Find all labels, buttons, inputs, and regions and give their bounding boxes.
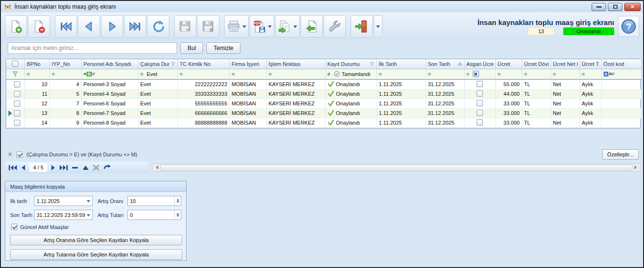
cell-bpno[interactable]: 10 [25,79,50,89]
cell-netb[interactable]: Net [551,99,580,108]
row-select-checkbox[interactable] [14,81,20,88]
filter-operator[interactable]: = [498,71,501,77]
cell-tc[interactable]: 55555555555 [177,99,229,108]
filter-cell-netb[interactable]: = [551,69,580,79]
col-header-netb[interactable]: Ücret Net B [551,59,580,69]
cell-tu[interactable]: Aylık [580,99,601,108]
cell-tc[interactable]: 88888888888 [177,118,229,128]
refresh-button[interactable] [147,15,169,38]
cell-son[interactable]: 31.12.2025 [426,99,464,108]
cell-firma[interactable]: MOBİSAN [229,108,266,118]
col-header-dovi[interactable]: Ücret Dövi [522,59,551,69]
nav-previous-button[interactable] [21,165,25,171]
filter-operator[interactable]: = [379,71,382,77]
last-date-combo[interactable]: 31.12.2025 23:59:59 [34,210,93,220]
cell-bpno[interactable]: 12 [25,99,50,108]
exit-dropdown-button[interactable] [374,15,382,38]
cell-calisma[interactable]: Evet [138,79,177,89]
cell-ozel[interactable] [601,99,641,108]
scroll-left-icon[interactable] [154,166,158,169]
minimum-wage-checkbox[interactable] [477,100,483,106]
copy-records-button[interactable] [275,15,300,38]
filter-cell-son[interactable]: = [426,69,464,79]
row-select-checkbox[interactable] [14,91,20,97]
cell-tu[interactable]: Aylık [580,89,601,99]
minimum-wage-checkbox[interactable] [477,119,483,126]
filter-cell-iyp[interactable]: = [50,69,81,79]
cell-ad[interactable]: Personel-6 Soyad [81,99,138,108]
cell-ucret[interactable]: 33.000 [495,118,522,128]
filter-cell-bpno[interactable]: = [25,69,50,79]
cell-islem[interactable]: KAYSERİ MERKEZ [266,99,325,108]
delete-record-button[interactable] [28,15,50,38]
spin-down-icon[interactable] [177,215,179,218]
cell-ad[interactable]: Personel-3 Soyad [81,79,138,89]
scroll-right-icon[interactable] [634,166,639,169]
cell-calisma[interactable]: Evet [138,99,177,108]
nav-refresh-button[interactable] [103,164,111,171]
cell-netb[interactable]: Net [551,79,580,89]
last-record-button[interactable] [124,15,146,38]
filter-cell-ilk[interactable]: = [377,69,426,79]
cell-islem[interactable]: KAYSERİ MERKEZ [266,108,325,118]
print-dropdown-icon[interactable] [242,26,246,30]
col-header-islem[interactable]: İşlem Noktası [266,59,325,69]
cell-kayit[interactable]: Onaylandı [325,108,377,118]
filter-operator[interactable]: = [27,71,30,77]
cell-dovi[interactable]: TL [522,108,551,118]
table-row[interactable]: 127Personel-6 SoyadEvet55555555555MOBİSA… [6,99,641,108]
cell-iyp[interactable]: 9 [50,118,81,128]
exit-button[interactable] [351,15,373,38]
customize-button[interactable]: Özelleştir... [602,149,639,160]
col-header-son[interactable]: Son Tarih [426,59,464,69]
table-row[interactable]: 115Personel-4 SoyadEvet33333333333MOBİSA… [6,89,641,99]
cell-ad[interactable]: Personel-4 Soyad [81,89,138,99]
cell-ozel[interactable] [601,79,641,89]
help-button[interactable]: ? [618,16,639,37]
horizontal-scrollbar[interactable] [152,164,641,172]
cell-tu[interactable]: Aylık [580,108,601,118]
cell-kayit[interactable]: Onaylandı [325,89,377,99]
filter-operator[interactable]: = [553,71,556,77]
filter-cell-tu[interactable]: = [580,69,601,79]
col-header-asgari[interactable]: Asgari Ücret [464,59,495,69]
cell-calisma[interactable]: Evet [138,108,177,118]
previous-record-button[interactable] [78,15,100,38]
filter-operator[interactable]: = [140,71,143,77]
current-active-salaries-checkbox[interactable] [11,224,17,230]
nav-first-button[interactable] [9,165,17,171]
cell-ucret[interactable]: 55.000 [495,79,522,89]
cell-netb[interactable]: Net [551,118,580,128]
cell-ad[interactable]: Personel-8 Soyad [81,118,138,128]
cell-sel[interactable] [6,79,25,89]
cell-dovi[interactable]: TL [522,79,551,89]
filter-operator[interactable]: = [52,71,55,77]
cell-iyp[interactable]: 5 [50,89,81,99]
nav-delete-button[interactable] [72,165,78,171]
row-select-checkbox[interactable] [14,120,20,126]
cell-ilk[interactable]: 1.11.2025 [377,118,426,128]
cell-ucret[interactable]: 33.000 [495,99,522,108]
export-pdf-dropdown-icon[interactable] [268,26,272,30]
cell-firma[interactable]: MOBİSAN [229,99,266,108]
filter-operator[interactable]: ≠ [328,71,330,77]
filter-cell-dovi[interactable]: = [522,69,551,79]
cell-iyp[interactable]: 7 [50,99,81,108]
filter-cell-islem[interactable]: = [266,69,325,79]
filter-cell-ozel[interactable]: ABC [601,69,641,79]
cell-tu[interactable]: Aylık [580,79,601,89]
table-row[interactable]: 149Personel-8 SoyadEvet88888888888MOBİSA… [6,118,641,128]
col-header-firma[interactable]: Firma İşyeri [229,59,266,69]
filter-operator[interactable]: = [428,71,431,77]
export-pdf-button[interactable]: PDF [250,15,274,38]
col-header-sel[interactable] [6,59,25,69]
col-header-iyp[interactable]: IYP_No [50,59,81,69]
filter-operator[interactable]: = [467,71,469,77]
nav-edit-button[interactable] [82,165,89,171]
search-input[interactable] [8,42,177,54]
restore-button[interactable] [608,3,622,11]
cell-firma[interactable]: MOBİSAN [229,79,266,89]
cell-sel[interactable] [6,99,25,108]
cell-kayit[interactable]: Onaylandı [325,118,377,128]
cell-dovi[interactable]: TL [522,89,551,99]
